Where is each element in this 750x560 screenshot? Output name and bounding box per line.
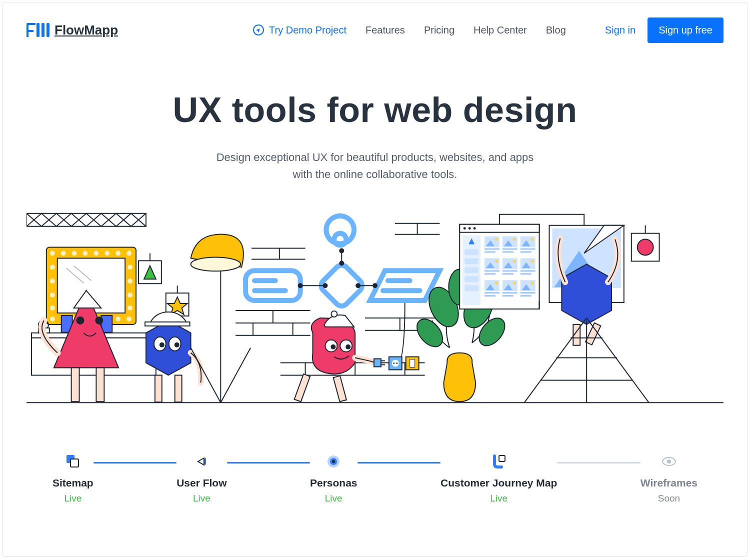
svg-point-115 bbox=[474, 227, 476, 230]
svg-rect-185 bbox=[499, 456, 505, 462]
svg-point-94 bbox=[331, 311, 337, 317]
feature-sitemap[interactable]: Sitemap Live bbox=[52, 453, 94, 504]
feature-connector bbox=[358, 462, 440, 464]
svg-rect-155 bbox=[520, 252, 532, 253]
svg-point-26 bbox=[128, 265, 132, 270]
svg-rect-158 bbox=[502, 270, 518, 272]
signup-button[interactable]: Sign up free bbox=[648, 18, 724, 43]
svg-point-7 bbox=[61, 251, 66, 256]
svg-point-45 bbox=[95, 316, 103, 324]
svg-rect-165 bbox=[502, 295, 514, 296]
feature-connector bbox=[94, 462, 176, 464]
svg-point-8 bbox=[72, 251, 77, 256]
svg-point-146 bbox=[513, 282, 516, 284]
hero: UX tools for web design Design exception… bbox=[2, 90, 748, 183]
svg-point-179 bbox=[638, 240, 654, 256]
svg-point-6 bbox=[50, 251, 55, 256]
svg-point-52 bbox=[174, 342, 180, 348]
svg-point-44 bbox=[76, 316, 84, 324]
svg-rect-121 bbox=[464, 276, 478, 282]
svg-rect-153 bbox=[502, 252, 514, 253]
svg-point-29 bbox=[128, 306, 132, 310]
svg-rect-120 bbox=[464, 268, 478, 274]
svg-rect-119 bbox=[464, 258, 478, 264]
svg-point-10 bbox=[94, 251, 98, 256]
svg-point-27 bbox=[128, 278, 132, 284]
svg-marker-48 bbox=[146, 320, 191, 376]
svg-rect-151 bbox=[484, 252, 496, 253]
nav-try-demo-label: Try Demo Project bbox=[269, 24, 346, 36]
svg-point-184 bbox=[332, 460, 335, 463]
svg-rect-97 bbox=[374, 359, 381, 367]
svg-point-93 bbox=[346, 344, 350, 350]
feature-personas-status: Live bbox=[325, 493, 342, 504]
main-nav: Try Demo Project Features Pricing Help C… bbox=[253, 24, 566, 36]
svg-point-187 bbox=[667, 460, 671, 464]
feature-userflow-status: Live bbox=[193, 493, 210, 504]
svg-point-51 bbox=[160, 342, 164, 348]
svg-rect-160 bbox=[520, 270, 536, 272]
svg-point-140 bbox=[531, 260, 534, 263]
nav-features[interactable]: Features bbox=[366, 24, 405, 36]
svg-rect-166 bbox=[520, 292, 536, 294]
svg-point-101 bbox=[392, 360, 399, 367]
svg-point-114 bbox=[468, 227, 471, 230]
compass-icon bbox=[253, 24, 264, 36]
svg-point-125 bbox=[495, 238, 498, 241]
svg-point-113 bbox=[464, 227, 466, 230]
hero-subtitle: Design exceptional UX for beautiful prod… bbox=[2, 149, 748, 183]
svg-rect-78 bbox=[246, 271, 300, 301]
feature-sitemap-status: Live bbox=[64, 493, 82, 504]
nav-try-demo[interactable]: Try Demo Project bbox=[253, 24, 346, 36]
feature-personas[interactable]: Personas Live bbox=[310, 453, 358, 504]
svg-rect-47 bbox=[96, 368, 104, 402]
cjm-icon bbox=[490, 453, 508, 470]
svg-point-92 bbox=[330, 344, 336, 350]
svg-rect-46 bbox=[72, 368, 80, 402]
svg-point-20 bbox=[116, 316, 120, 322]
svg-rect-157 bbox=[484, 274, 496, 275]
auth-actions: Sign in Sign up free bbox=[605, 18, 724, 43]
sitemap-icon bbox=[64, 453, 82, 470]
svg-rect-105 bbox=[410, 360, 415, 368]
svg-rect-112 bbox=[460, 224, 539, 232]
feature-strip: Sitemap Live User Flow Live Personas Liv… bbox=[2, 453, 748, 504]
hero-title: UX tools for web design bbox=[2, 90, 748, 130]
nav-pricing[interactable]: Pricing bbox=[424, 24, 454, 36]
feature-wireframes[interactable]: Wireframes Soon bbox=[640, 453, 698, 504]
feature-personas-label: Personas bbox=[310, 477, 358, 489]
svg-point-102 bbox=[393, 362, 394, 364]
signin-link[interactable]: Sign in bbox=[605, 24, 636, 36]
svg-rect-167 bbox=[520, 295, 532, 296]
svg-point-28 bbox=[128, 292, 132, 298]
svg-rect-152 bbox=[502, 248, 518, 250]
svg-rect-95 bbox=[294, 374, 310, 402]
logo-mark bbox=[26, 23, 50, 37]
svg-rect-122 bbox=[464, 285, 478, 291]
svg-rect-181 bbox=[70, 459, 78, 467]
feature-cjm-status: Live bbox=[490, 493, 508, 504]
svg-point-22 bbox=[50, 265, 55, 270]
svg-point-23 bbox=[50, 278, 55, 284]
svg-point-134 bbox=[495, 260, 498, 263]
nav-blog[interactable]: Blog bbox=[546, 24, 566, 36]
svg-point-13 bbox=[126, 251, 132, 256]
svg-rect-156 bbox=[484, 270, 500, 272]
svg-point-143 bbox=[495, 282, 498, 284]
feature-userflow[interactable]: User Flow Live bbox=[176, 453, 226, 504]
svg-rect-54 bbox=[155, 376, 162, 402]
svg-point-131 bbox=[531, 238, 534, 241]
nav-help-center[interactable]: Help Center bbox=[474, 24, 527, 36]
feature-cjm-label: Customer Journey Map bbox=[440, 477, 557, 489]
svg-rect-53 bbox=[145, 322, 190, 326]
svg-point-24 bbox=[50, 292, 55, 298]
svg-point-103 bbox=[396, 362, 398, 364]
svg-rect-118 bbox=[464, 250, 478, 256]
svg-point-9 bbox=[83, 251, 88, 256]
svg-rect-159 bbox=[502, 274, 514, 275]
feature-sitemap-label: Sitemap bbox=[52, 477, 94, 489]
brand-logo[interactable]: FlowMapp bbox=[26, 22, 118, 38]
personas-icon bbox=[325, 453, 342, 470]
feature-cjm[interactable]: Customer Journey Map Live bbox=[440, 453, 557, 504]
svg-rect-162 bbox=[484, 292, 500, 294]
